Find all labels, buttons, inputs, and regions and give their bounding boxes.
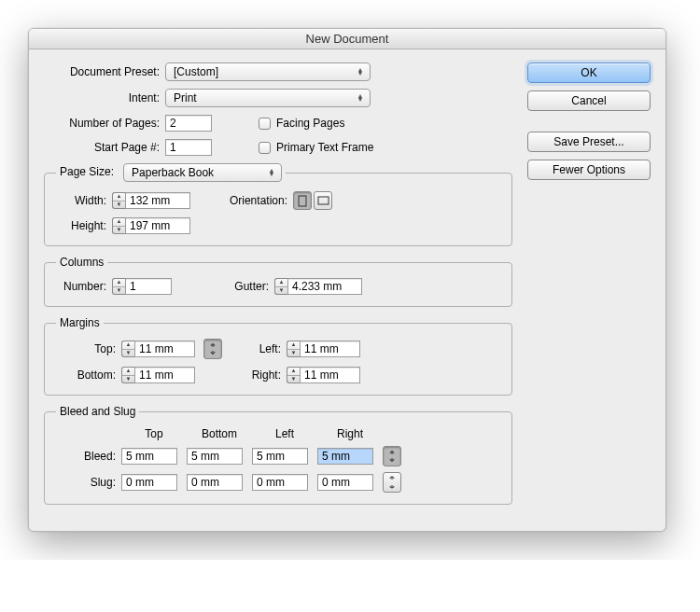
select-arrows-icon: ▲▼ [355,68,366,76]
stepper-buttons-icon[interactable]: ▲▼ [112,278,125,295]
facing-pages-checkbox[interactable]: Facing Pages [259,117,344,130]
stepper-buttons-icon[interactable]: ▲▼ [287,341,300,357]
svg-rect-1 [318,197,329,204]
start-page-label: Start Page #: [44,141,165,154]
ok-button[interactable]: OK [527,63,651,83]
margin-left-input[interactable] [300,341,360,357]
margin-left-stepper[interactable]: ▲▼ [287,341,360,357]
bleed-label: Bleed: [56,450,121,463]
stepper-buttons-icon[interactable]: ▲▼ [112,217,125,234]
number-of-pages-label: Number of Pages: [44,117,165,130]
select-arrows-icon: ▲▼ [266,169,277,176]
margins-legend: Margins [56,316,104,329]
gutter-stepper[interactable]: ▲▼ [274,278,362,295]
dialog-title: New Document [29,29,665,49]
columns-legend: Columns [56,256,107,269]
intent-label: Intent: [44,91,165,104]
document-preset-select[interactable]: [Custom] ▲▼ [165,63,371,81]
height-input[interactable] [125,217,190,234]
margin-right-label: Right: [231,369,287,382]
col-bottom-header: Bottom [187,427,252,440]
stepper-buttons-icon[interactable]: ▲▼ [121,341,134,357]
slug-bottom-input[interactable] [187,474,243,491]
slug-link-toggle[interactable] [383,472,401,493]
stepper-buttons-icon[interactable]: ▲▼ [121,367,134,383]
height-stepper[interactable]: ▲▼ [112,217,190,234]
primary-text-frame-checkbox[interactable]: Primary Text Frame [259,141,373,154]
primary-text-frame-label: Primary Text Frame [276,141,373,154]
page-size-select[interactable]: Paperback Book ▲▼ [123,163,282,182]
columns-number-input[interactable] [125,278,172,295]
page-size-value: Paperback Book [132,166,214,179]
slug-label: Slug: [56,476,121,489]
columns-number-stepper[interactable]: ▲▼ [112,278,172,295]
margin-bottom-input[interactable] [134,367,195,383]
columns-group: Columns Number: ▲▼ Gutter: ▲▼ [44,256,512,307]
document-preset-label: Document Preset: [44,65,165,78]
save-preset-button[interactable]: Save Preset... [527,132,651,152]
bleed-right-input[interactable] [317,448,373,465]
bleed-link-toggle[interactable] [383,446,401,466]
orientation-label: Orientation: [190,194,293,207]
columns-number-label: Number: [56,280,112,293]
link-icon [209,342,217,355]
document-preset-value: [Custom] [174,65,218,78]
margin-bottom-label: Bottom: [56,369,121,382]
margins-link-toggle[interactable] [203,339,222,359]
gutter-input[interactable] [287,278,362,295]
margin-right-input[interactable] [300,367,360,383]
start-page-input[interactable] [165,139,212,156]
select-arrows-icon: ▲▼ [355,94,366,102]
slug-left-input[interactable] [252,474,308,491]
page-size-legend: Page Size: [60,165,114,178]
number-of-pages-input[interactable] [165,115,212,132]
bleed-slug-legend: Bleed and Slug [56,405,139,418]
intent-value: Print [174,91,197,104]
checkbox-icon [259,142,271,154]
unlink-icon [388,476,396,489]
new-document-dialog: New Document Document Preset: [Custom] ▲… [28,28,666,532]
intent-select[interactable]: Print ▲▼ [165,89,371,107]
bleed-left-input[interactable] [252,448,308,465]
width-input[interactable] [125,192,190,209]
bleed-top-input[interactable] [121,448,177,465]
slug-top-input[interactable] [121,474,177,491]
landscape-icon [317,196,329,205]
margin-top-stepper[interactable]: ▲▼ [121,341,195,357]
margins-group: Margins Top: ▲▼ Left: ▲▼ [44,316,512,396]
margin-top-input[interactable] [134,341,195,357]
stepper-buttons-icon[interactable]: ▲▼ [112,192,125,209]
facing-pages-label: Facing Pages [276,117,344,130]
margin-top-label: Top: [56,342,121,355]
checkbox-icon [259,118,271,130]
bleed-bottom-input[interactable] [187,448,243,465]
margin-left-label: Left: [231,342,287,355]
page-size-group: Page Size: Paperback Book ▲▼ Width: ▲▼ O… [44,163,512,246]
bleed-slug-group: Bleed and Slug Top Bottom Left Right Ble… [44,405,512,505]
col-left-header: Left [252,427,317,440]
width-stepper[interactable]: ▲▼ [112,192,190,209]
col-top-header: Top [121,427,187,440]
gutter-label: Gutter: [172,280,274,293]
width-label: Width: [56,194,112,207]
col-right-header: Right [317,427,383,440]
stepper-buttons-icon[interactable]: ▲▼ [274,278,287,295]
portrait-icon [298,195,307,207]
height-label: Height: [56,219,112,232]
margin-right-stepper[interactable]: ▲▼ [287,367,360,383]
svg-rect-0 [299,196,306,206]
orientation-landscape-button[interactable] [314,191,332,210]
fewer-options-button[interactable]: Fewer Options [527,160,651,180]
link-icon [388,450,396,463]
cancel-button[interactable]: Cancel [527,90,651,111]
slug-right-input[interactable] [317,474,373,491]
stepper-buttons-icon[interactable]: ▲▼ [287,367,300,383]
orientation-portrait-button[interactable] [293,191,312,210]
margin-bottom-stepper[interactable]: ▲▼ [121,367,195,383]
